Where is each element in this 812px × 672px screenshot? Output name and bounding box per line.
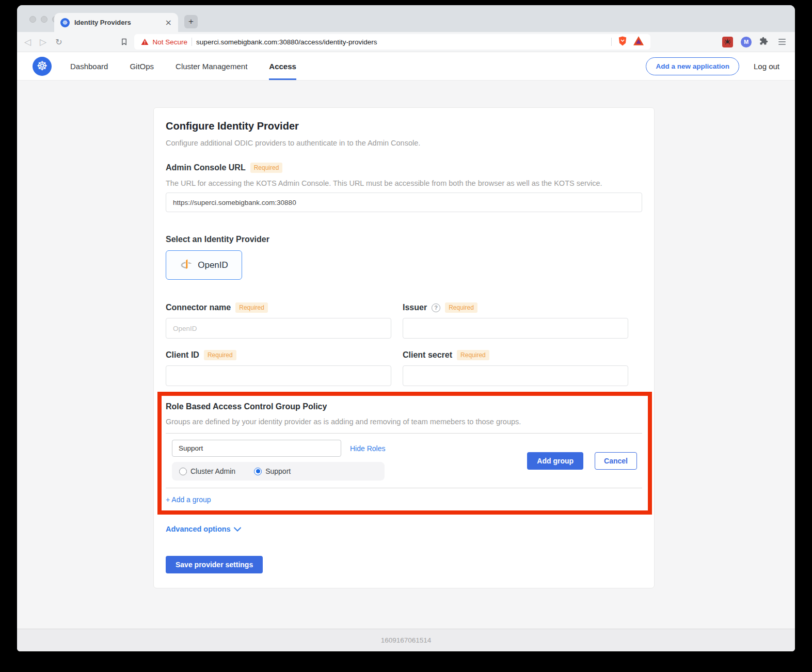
close-window-button[interactable] — [29, 16, 36, 23]
app-header: ☸ Dashboard GitOps Cluster Management Ac… — [17, 52, 795, 81]
connector-name-label-row: Connector name Required — [166, 302, 391, 313]
page-title: Configure Identity Provider — [166, 120, 642, 132]
required-badge: Required — [204, 350, 236, 360]
nav-item-cluster-management[interactable]: Cluster Management — [176, 52, 247, 80]
hide-roles-link[interactable]: Hide Roles — [350, 444, 385, 453]
divider — [192, 38, 192, 46]
required-badge: Required — [445, 302, 477, 313]
client-id-input[interactable] — [166, 365, 391, 386]
kubernetes-logo-icon[interactable]: ☸ — [33, 57, 52, 76]
openid-label: OpenID — [198, 260, 228, 270]
adblock-extension-icon[interactable] — [722, 37, 733, 47]
brave-rewards-icon[interactable] — [633, 36, 644, 47]
required-badge: Required — [250, 163, 283, 173]
browser-toolbar: ◁ ▷ ↻ Not Secure superci.somebigbank.com… — [17, 32, 795, 52]
divider — [611, 38, 612, 46]
brave-shield-icon[interactable] — [618, 36, 627, 49]
warning-triangle-icon — [141, 38, 149, 45]
annotation-highlight-box: Role Based Access Control Group Policy G… — [157, 392, 652, 515]
roles-radio-panel: Cluster Admin Support — [172, 462, 385, 481]
admin-console-url-help: The URL for accessing the KOTS Admin Con… — [166, 179, 642, 187]
client-id-label-row: Client ID Required — [166, 350, 391, 360]
rbac-title: Role Based Access Control Group Policy — [166, 402, 642, 411]
required-badge: Required — [457, 350, 489, 360]
footer-timestamp: 1609167061514 — [381, 636, 432, 644]
admin-console-url-label: Admin Console URL — [166, 163, 246, 172]
divider — [166, 433, 642, 434]
rbac-description: Groups are defined by your identity prov… — [166, 418, 642, 426]
reload-button[interactable]: ↻ — [55, 37, 62, 47]
configure-identity-provider-card: Configure Identity Provider Configure ad… — [153, 107, 655, 588]
page-background: Configure Identity Provider Configure ad… — [17, 81, 795, 651]
browser-menu-icon[interactable] — [778, 39, 786, 45]
forward-button[interactable]: ▷ — [40, 37, 46, 47]
help-question-icon[interactable]: ? — [432, 303, 440, 312]
cancel-button[interactable]: Cancel — [595, 452, 637, 470]
app-footer: 1609167061514 — [17, 629, 795, 651]
minimize-window-button[interactable] — [41, 16, 47, 23]
issuer-input[interactable] — [403, 318, 628, 339]
issuer-label-row: Issuer ? Required — [403, 302, 628, 313]
nav-item-dashboard[interactable]: Dashboard — [70, 52, 108, 80]
extension-area: M — [722, 37, 788, 47]
profile-avatar[interactable]: M — [741, 37, 752, 47]
nav-item-gitops[interactable]: GitOps — [130, 52, 154, 80]
bookmark-icon[interactable] — [120, 38, 128, 46]
required-badge: Required — [235, 302, 268, 313]
tab-strip: ☸ Identity Providers × + — [17, 5, 795, 32]
url-text[interactable]: superci.somebigbank.com:30880/access/ide… — [196, 38, 377, 46]
nav-item-access[interactable]: Access — [269, 52, 296, 80]
identity-provider-label: Select an Identity Provider — [166, 235, 642, 244]
browser-window: ☸ Identity Providers × + ◁ ▷ ↻ Not Secur… — [17, 5, 795, 651]
radio-checked-icon[interactable] — [254, 468, 262, 475]
openid-logo-icon — [180, 257, 194, 273]
radio-unchecked-icon[interactable] — [179, 468, 187, 475]
browser-tab[interactable]: ☸ Identity Providers × — [54, 13, 178, 32]
client-secret-label-row: Client secret Required — [403, 350, 628, 360]
tab-title: Identity Providers — [74, 19, 161, 26]
page-subtitle: Configure additional ODIC providers to a… — [166, 139, 642, 147]
not-secure-label[interactable]: Not Secure — [153, 38, 188, 46]
logout-link[interactable]: Log out — [754, 62, 779, 71]
group-editor: Hide Roles Add group Cancel Cluster Admi… — [166, 440, 642, 481]
admin-console-url-input[interactable] — [166, 193, 642, 212]
save-provider-settings-button[interactable]: Save provider settings — [166, 556, 263, 573]
add-group-button[interactable]: Add group — [527, 452, 583, 470]
openid-provider-tile[interactable]: OpenID — [166, 250, 242, 280]
chevron-down-icon — [234, 525, 241, 533]
connector-name-input[interactable] — [166, 318, 391, 339]
group-name-input[interactable] — [172, 440, 341, 457]
client-secret-input[interactable] — [403, 365, 628, 386]
address-bar[interactable]: Not Secure superci.somebigbank.com:30880… — [134, 34, 650, 50]
kubernetes-favicon-icon: ☸ — [60, 18, 70, 27]
advanced-options-toggle[interactable]: Advanced options — [166, 525, 642, 533]
add-new-application-button[interactable]: Add a new application — [646, 57, 739, 75]
radio-cluster-admin[interactable]: Cluster Admin — [179, 467, 235, 475]
admin-console-url-label-row: Admin Console URL Required — [166, 163, 642, 173]
tab-close-icon[interactable]: × — [165, 18, 172, 27]
new-tab-button[interactable]: + — [184, 15, 198, 28]
extensions-puzzle-icon[interactable] — [759, 37, 768, 47]
radio-support[interactable]: Support — [254, 467, 291, 475]
back-button[interactable]: ◁ — [24, 37, 31, 47]
divider — [166, 488, 642, 488]
add-a-group-link[interactable]: + Add a group — [166, 495, 211, 504]
main-nav: Dashboard GitOps Cluster Management Acce… — [70, 52, 296, 80]
